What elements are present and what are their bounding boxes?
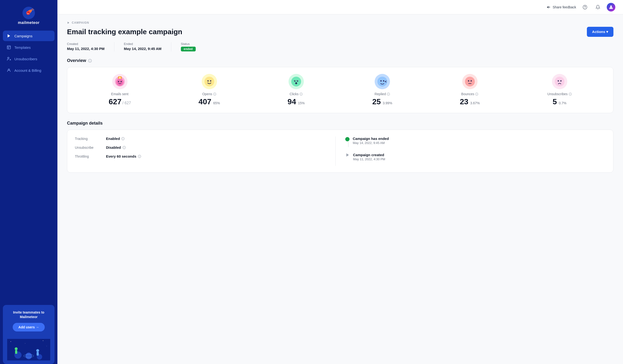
- stat-emails-sent-value: 627: [109, 97, 121, 106]
- detail-tracking-value: Enabled: [106, 137, 125, 141]
- svg-point-61: [388, 93, 389, 93]
- detail-unsubscribe-value: Disabled: [106, 145, 126, 150]
- details-right: Campaign has ended May 14, 2022, 9:45 AM: [335, 137, 606, 166]
- svg-marker-31: [68, 22, 69, 24]
- stat-bounces-label: Bounces: [461, 92, 478, 96]
- svg-marker-7: [8, 34, 10, 38]
- detail-throttling: Throttling Every 60 seconds: [75, 154, 335, 158]
- opens-face: [204, 76, 215, 87]
- stat-replied-label: Replied: [375, 92, 390, 96]
- svg-point-77: [123, 138, 123, 138]
- svg-point-40: [121, 81, 122, 82]
- sidebar-item-campaigns[interactable]: Campaigns: [3, 31, 55, 41]
- campaign-details-card: Tracking Enabled Unsubscribe Disabled: [67, 130, 613, 173]
- stat-clicks-value: 94: [288, 97, 296, 106]
- svg-point-55: [301, 93, 301, 93]
- actions-button[interactable]: Actions ▾: [587, 27, 613, 37]
- overview-section-title: Overview: [67, 58, 613, 63]
- help-button[interactable]: [581, 3, 589, 11]
- timeline-line: [348, 141, 349, 147]
- unsubscribes-info-icon: [569, 93, 572, 96]
- header: Share feedback: [57, 0, 623, 14]
- svg-point-80: [124, 147, 124, 147]
- svg-point-71: [560, 80, 561, 82]
- svg-point-68: [477, 93, 477, 93]
- sidebar-nav: Campaigns Templates Unsubscribers: [0, 31, 57, 76]
- svg-point-50: [295, 80, 295, 81]
- megaphone-icon: [546, 5, 551, 9]
- user-avatar[interactable]: [607, 3, 615, 11]
- timeline-item-created: Campaign created May 11, 2022, 4:30 PM: [345, 153, 606, 161]
- stat-opens: Opens 407 65%: [199, 74, 220, 106]
- detail-tracking-label: Tracking: [75, 137, 106, 141]
- stat-opens-pct: 65%: [213, 101, 220, 105]
- stat-replied-emoji: [375, 74, 390, 89]
- campaigns-icon: [7, 34, 11, 38]
- share-feedback-button[interactable]: Share feedback: [546, 5, 576, 9]
- svg-point-25: [25, 343, 25, 344]
- throttling-info-icon: [138, 155, 141, 158]
- sidebar-item-account-billing[interactable]: Account & Billing: [3, 65, 55, 76]
- main-area: Share feedback: [57, 0, 623, 364]
- sidebar-item-unsubscribers[interactable]: Unsubscribers: [3, 54, 55, 64]
- meta-ended-value: May 14, 2022, 9:45 AM: [124, 47, 161, 51]
- meta-status: Status ended: [181, 42, 205, 51]
- clicks-face: [291, 76, 301, 87]
- stat-clicks-pct: 15%: [298, 101, 305, 105]
- sidebar-logo: M mailmeteor: [0, 0, 57, 31]
- meta-row: Created May 11, 2022, 4:30 PM Ended May …: [67, 42, 613, 51]
- svg-point-11: [8, 57, 9, 59]
- share-feedback-label: Share feedback: [553, 5, 576, 9]
- stat-bounces-pct: 3.67%: [470, 101, 480, 105]
- meta-created-label: Created: [67, 42, 105, 46]
- svg-point-64: [470, 80, 472, 82]
- svg-point-18: [15, 347, 18, 350]
- timeline-content-ended: Campaign has ended May 14, 2022, 9:45 AM: [353, 137, 389, 145]
- meta-ended-label: Ended: [124, 42, 161, 46]
- sidebar-item-templates[interactable]: Templates: [3, 42, 55, 53]
- detail-tracking: Tracking Enabled: [75, 137, 335, 141]
- add-users-button[interactable]: Add users →: [13, 323, 45, 331]
- stat-emails-sent-emoji: [112, 74, 128, 89]
- detail-throttling-label: Throttling: [75, 154, 106, 158]
- svg-point-24: [11, 341, 11, 342]
- stat-unsubscribes-label: Unsubscribes: [547, 92, 572, 96]
- svg-point-22: [26, 353, 32, 359]
- svg-point-47: [291, 77, 301, 86]
- emails-sent-face: [115, 76, 125, 87]
- logo-icon: M: [22, 7, 35, 19]
- detail-unsubscribe-label: Unsubscribe: [75, 146, 106, 150]
- status-badge: ended: [181, 47, 196, 51]
- svg-point-62: [465, 77, 475, 86]
- account-icon: [7, 68, 11, 72]
- svg-text:M: M: [27, 12, 29, 14]
- stat-clicks: Clicks 94 15%: [288, 74, 305, 106]
- stat-emails-sent-suffix: / 627: [122, 101, 131, 105]
- templates-icon: [7, 45, 11, 49]
- replied-info-icon: [387, 93, 390, 96]
- stat-bounces-emoji: [462, 74, 478, 89]
- stat-replied: Replied 25 3.99%: [372, 74, 392, 106]
- bell-icon: [596, 5, 600, 10]
- breadcrumb-text: CAMPAIGN: [72, 21, 89, 24]
- opens-info-icon: [213, 93, 216, 96]
- svg-rect-21: [37, 352, 39, 356]
- detail-unsubscribe: Unsubscribe Disabled: [75, 145, 335, 150]
- timeline-arrow-icon: [345, 153, 350, 157]
- timeline-dot-ended: [345, 137, 350, 141]
- sidebar-invite-panel: Invite teammates to Mailmeteor Add users…: [3, 305, 55, 364]
- meta-status-label: Status: [181, 42, 196, 46]
- meta-status-value: ended: [181, 47, 196, 51]
- sidebar-invite-title: Invite teammates to Mailmeteor: [7, 310, 50, 320]
- notifications-button[interactable]: [594, 3, 602, 11]
- bounces-face: [465, 76, 475, 87]
- sidebar-illustration: [7, 335, 50, 364]
- breadcrumb: CAMPAIGN: [67, 21, 613, 24]
- svg-point-46: [215, 93, 215, 93]
- meta-created: Created May 11, 2022, 4:30 PM: [67, 42, 114, 51]
- svg-point-57: [380, 80, 382, 82]
- sidebar-item-campaigns-label: Campaigns: [14, 34, 33, 38]
- sidebar-item-templates-label: Templates: [14, 45, 31, 49]
- stat-opens-emoji: [202, 74, 217, 89]
- clicks-info-icon: [300, 93, 303, 96]
